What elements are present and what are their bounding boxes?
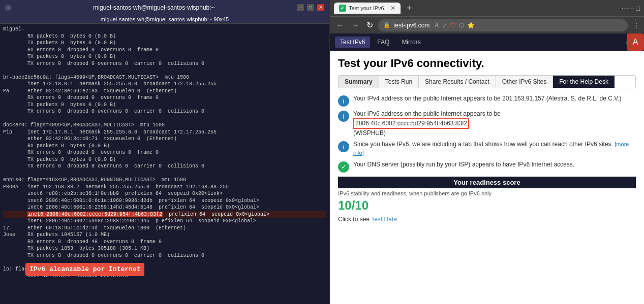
- ipv6-annotation: IPv6 alcanzable por Internet: [25, 263, 144, 276]
- browser-tab[interactable]: ✓ Test your IPv6. ✕: [334, 3, 401, 14]
- shield-icon: 🛡: [450, 22, 456, 29]
- tab-tests-run[interactable]: Tests Run: [379, 76, 419, 88]
- info-icon-ipv4: i: [338, 95, 349, 107]
- term-line-31: Jose RX packets 1045157 (1.0 MB): [3, 231, 326, 239]
- term-line-21: TX errors 0 dropped 0 overruns 0 carrier…: [3, 163, 326, 170]
- extensions-icon[interactable]: ⬡: [459, 22, 464, 29]
- address-bar[interactable]: 🔒 test-ipv6.com A ⤤ 🛡 ⬡ ⭐: [378, 19, 628, 31]
- term-line-30: 17- ether 60:18:95:1c:d2:4d txqueuelen 1…: [3, 225, 326, 232]
- info-item-ipv6: i Your IPv6 address on the public Intern…: [338, 110, 636, 137]
- back-button[interactable]: ←: [334, 20, 346, 31]
- info-item-ipv4: i Your IPv4 address on the public Intern…: [338, 94, 636, 107]
- share-icon[interactable]: ⤤: [442, 22, 447, 29]
- test-data-label: Click to see: [338, 216, 370, 223]
- term-line-8: br-baee2be56c9a: flags=4099<UP,BROADCAST…: [3, 74, 326, 81]
- term-line-3: TX packets 0 bytes 0 (0.0 B): [3, 40, 326, 47]
- terminal-close-btn[interactable]: ✕: [317, 4, 324, 11]
- term-line-20: TX packets 0 bytes 0 (0.0 B): [3, 156, 326, 163]
- term-line-13: TX errors 0 dropped 0 overruns 0 carrier…: [3, 108, 326, 115]
- term-line-27: inet6 2806:40c:6001:0:2359:14hd:45d4:614…: [3, 204, 326, 211]
- browser-titlebar: ✓ Test your IPv6. ✕ + ⋯ – □: [330, 0, 644, 16]
- term-line-14: [3, 115, 326, 122]
- terminal-controls: – □ ✕: [297, 4, 324, 11]
- info-text-ipv6-tab: Since you have IPv6, we are including a …: [353, 140, 636, 157]
- term-line-22: [3, 170, 326, 177]
- url-text: test-ipv6.com: [393, 22, 430, 29]
- readiness-subtext: IPv6 stability and readiness, when publi…: [338, 190, 636, 196]
- site-nav-mirrors[interactable]: Mirrors: [396, 37, 425, 48]
- new-tab-button[interactable]: +: [404, 3, 415, 14]
- term-line-18: RX packets 0 bytes (0.0 B): [3, 143, 326, 150]
- browser-menu-icon[interactable]: ⋮: [633, 21, 640, 29]
- forward-button[interactable]: →: [349, 20, 361, 31]
- annotation-text: IPv6 alcanzable por Internet: [29, 265, 140, 273]
- terminal-title: miguel-santos-wh@miguel-santos-wisphub:~: [11, 4, 297, 11]
- page-body: Test your IPv6 connectivity. Summary Tes…: [330, 51, 644, 304]
- tab-help-desk[interactable]: For the Help Desk: [553, 76, 615, 88]
- tab-other-ipv6[interactable]: Other IPv6 Sites: [496, 76, 553, 88]
- info-icon-ipv6-tab: i: [338, 141, 349, 152]
- site-nav-test-ipv6[interactable]: Test IPv6: [335, 37, 370, 48]
- info-text-ipv6: Your IPv6 address on the public Internet…: [353, 110, 501, 137]
- terminal-subtitle: miguel-santos-wh@miguel-santos-wisphub:~…: [0, 15, 329, 24]
- term-line-34: TX errors 8 dropped 0 overruns 0 carrier…: [3, 252, 326, 259]
- term-line-9: inet 172.18.0.1 netmask 255.255.0.0 broa…: [3, 81, 326, 88]
- terminal-window: ⊞ miguel-santos-wh@miguel-santos-wisphub…: [0, 0, 329, 304]
- browser-content: Test IPv6 FAQ Mirrors stats A Test your …: [330, 33, 644, 304]
- tab-share-results[interactable]: Share Results / Contact: [419, 76, 496, 88]
- browser-nav-icons: A ⤤ 🛡 ⬡ ⭐: [435, 22, 475, 29]
- page-title: Test your IPv6 connectivity.: [338, 57, 636, 70]
- term-line-6: TX errors 0 dropped 0 overruns 0 carrier…: [3, 60, 326, 67]
- term-line-19: RX errors 0 dropped 0 overruns 0 frame 0: [3, 149, 326, 156]
- test-data-link[interactable]: Test Data: [371, 216, 397, 223]
- terminal-body: miguel- RX packets 0 bytes 0 (0.0 B) TX …: [0, 24, 329, 304]
- browser-minimize-icon[interactable]: –: [630, 5, 634, 12]
- term-line-4: RX errors 0 dropped 0 overruns 0 frame 0: [3, 47, 326, 54]
- term-line-15: docker0: flags=4099<UP,BROADCAST,MULTICA…: [3, 122, 326, 129]
- browser-tab-close[interactable]: ✕: [390, 5, 395, 12]
- term-line-26: inet6 2806:40c:6001:0:6c1e:1060:9086:d2d…: [3, 197, 326, 205]
- term-line-33: TX packets 1853 bytes 305188 (305.1 KB): [3, 245, 326, 252]
- term-line-2: RX packets 0 bytes 0 (0.0 B): [3, 33, 326, 40]
- term-line-7: [3, 67, 326, 74]
- terminal-titlebar: ⊞ miguel-santos-wh@miguel-santos-wisphub…: [0, 0, 329, 15]
- term-line-32: RX errors 0 dropped 48 overruns 0 frame …: [3, 239, 326, 246]
- term-line-16: Pip inet 172.17.0.1 netmask 255.255.0.0 …: [3, 129, 326, 136]
- term-line-11: RX errors 0 dropped 0 overruns 0 frame 0: [3, 94, 326, 102]
- bookmark-icon[interactable]: ⭐: [467, 22, 475, 29]
- term-line-5: TX packets 0 bytes 0 (0.0 B): [3, 53, 326, 60]
- test-data-section: Click to see Test Data: [338, 216, 636, 223]
- site-nav-faq[interactable]: FAQ: [372, 37, 394, 48]
- browser-more-icon[interactable]: ⋯: [622, 5, 628, 12]
- browser-maximize-icon[interactable]: □: [636, 5, 640, 12]
- translate-icon[interactable]: A: [435, 22, 439, 29]
- browser-navbar: ← → ↻ 🔒 test-ipv6.com A ⤤ 🛡 ⬡ ⭐ ⋮: [330, 16, 644, 33]
- browser-window: ✓ Test your IPv6. ✕ + ⋯ – □ ← → ↻ 🔒 test…: [329, 0, 644, 304]
- readiness-bar: Your readiness score: [338, 177, 636, 188]
- site-nav: Test IPv6 FAQ Mirrors stats A: [330, 33, 644, 51]
- term-line-1: miguel-: [3, 26, 326, 33]
- translate-button[interactable]: A: [627, 33, 644, 51]
- info-item-ipv6-tab: i Since you have IPv6, we are including …: [338, 140, 636, 157]
- term-line-10: Pa ether 02:42:8e:69:e2:83 txqueuelen 0 …: [3, 88, 326, 95]
- browser-tab-title: Test your IPv6.: [349, 5, 386, 11]
- tabs-bar: Summary Tests Run Share Results / Contac…: [338, 75, 636, 88]
- info-text-ipv4: Your IPv4 address on the public Internet…: [353, 94, 621, 103]
- term-line-12: TX packets 0 bytes 0 (0.0 B): [3, 102, 326, 109]
- ipv6-address-box: 2806:40c:6002:cccc:5d29:954f:4b63:83f2: [353, 118, 469, 129]
- score-display: 10/10: [338, 198, 636, 213]
- term-line-17: ether 02:42:96:3c:c0:71 txqueuelen 0 (Et…: [3, 136, 326, 143]
- term-line-28: inet6 2806:40c:6002:cccc:5d29:954f:4b63:…: [3, 211, 326, 218]
- info-text-dns: Your DNS server (possibly run by your IS…: [353, 160, 574, 169]
- info-item-dns: ✓ Your DNS server (possibly run by your …: [338, 160, 636, 173]
- terminal-grid-icon: ⊞: [5, 4, 11, 12]
- more-info-link[interactable]: [more info]: [353, 141, 629, 156]
- browser-window-controls: ⋯ – □: [622, 5, 640, 12]
- info-icon-dns: ✓: [338, 161, 349, 173]
- term-line-23: enp1s0: flags=4163<UP,BROADCAST,RUNNING,…: [3, 177, 326, 184]
- tab-summary[interactable]: Summary: [339, 76, 379, 88]
- reload-button[interactable]: ↻: [364, 19, 375, 31]
- terminal-maximize-btn[interactable]: □: [307, 4, 314, 11]
- address-lock-icon: 🔒: [383, 22, 390, 28]
- terminal-minimize-btn[interactable]: –: [297, 4, 304, 11]
